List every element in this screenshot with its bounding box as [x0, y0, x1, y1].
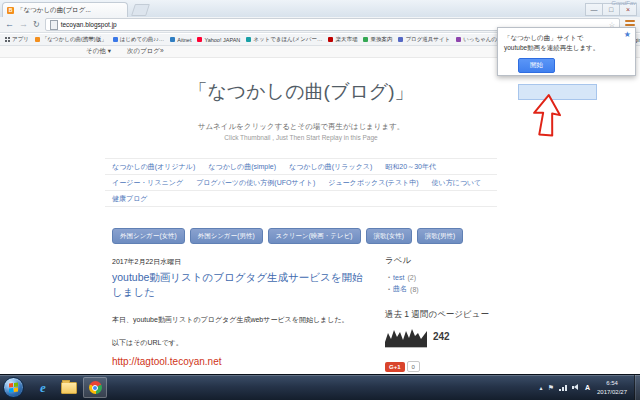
label-item: • test (2): [388, 271, 419, 283]
url-text[interactable]: tecoyan.blogspot.jp: [61, 21, 117, 28]
label-count: (2): [407, 274, 416, 281]
reload-icon[interactable]: ↻: [33, 21, 40, 29]
category-tabs: 外国シンガー(女性) 外国シンガー(男性) スクリーン(映画・テレビ) 演歌(女…: [112, 228, 463, 244]
start-button[interactable]: 開始: [518, 58, 555, 73]
pages-nav-row-1: なつかしの曲(オリジナル) なつかしの曲(simple) なつかしの曲(リラック…: [105, 158, 497, 174]
bookmark-item[interactable]: 楽天市場: [328, 36, 357, 43]
pages-nav-row-2: イージー・リスニング ブログパーツの使い方例(UFOサイト) ジュークボックス(…: [105, 174, 497, 190]
minimize-button[interactable]: —: [585, 3, 603, 16]
category-tab[interactable]: 外国シンガー(女性): [112, 228, 185, 244]
bullet-icon: •: [388, 274, 390, 280]
taskbar-chrome-icon[interactable]: [83, 377, 107, 398]
nav-link[interactable]: なつかしの曲(リラックス): [289, 162, 372, 172]
bookmark-item[interactable]: 「なつかしの曲(携帯)版」: [35, 36, 107, 43]
back-icon[interactable]: ←: [5, 20, 14, 29]
nav-link[interactable]: 使い方について: [432, 178, 482, 188]
chrome-icon: [89, 381, 102, 394]
post-url-link[interactable]: http://tagtool.tecoyan.net: [112, 356, 222, 367]
pageviews-count: 242: [433, 331, 450, 342]
favicon: [113, 37, 118, 42]
annotation-arrow-icon: [528, 91, 566, 140]
folder-icon: [61, 382, 77, 394]
category-tab[interactable]: 演歌(女性): [366, 228, 412, 244]
nav-link[interactable]: ジュークボックス(テスト中): [328, 178, 418, 188]
taskbar-clock[interactable]: 6:54 2017/02/27: [597, 379, 627, 396]
post-title[interactable]: youtube動画リストのブログタグ生成サービスを開始しました: [112, 270, 364, 300]
screen: 「なつかしの曲(ブログ)」 サムネイルをクリックするとその場で再生がはじまります…: [0, 0, 640, 400]
gplus-button[interactable]: G+1: [385, 362, 405, 372]
network-icon[interactable]: [559, 385, 567, 391]
bookmark-item[interactable]: 乗換案内: [363, 36, 392, 43]
label-count: (8): [410, 286, 419, 293]
pages-nav-row-3: 健康ブログ: [105, 190, 497, 207]
ime-indicator[interactable]: A: [585, 384, 590, 391]
page-icon: [50, 20, 58, 30]
category-tab[interactable]: 演歌(男性): [417, 228, 463, 244]
navbar-next-blog-link[interactable]: 次のブログ»: [127, 47, 164, 56]
notification-text-line-1: 「なつかしの曲」サイトで: [504, 33, 629, 43]
sidebar-labels-heading: ラベル: [385, 255, 411, 267]
nav-link[interactable]: ブログパーツの使い方例(UFOサイト): [196, 178, 315, 188]
favicon: [328, 37, 333, 42]
sidebar-labels-list: • test (2) • 曲名 (8): [388, 271, 419, 295]
blog-subtitle-jp: サムネイルをクリックするとその場で再生がはじまります。: [105, 122, 497, 132]
pageviews-sparkline: [385, 325, 427, 348]
bookmark-item[interactable]: ネットできほん(メンバー…: [246, 36, 322, 43]
blog-subtitle-en: Click Thumbnail , Just Then Start Replay…: [105, 134, 497, 141]
label-item: • 曲名 (8): [388, 283, 419, 295]
nav-link[interactable]: なつかしの曲(simple): [208, 162, 276, 172]
label-link[interactable]: 曲名: [393, 284, 407, 294]
favicon: [197, 37, 202, 42]
nav-link[interactable]: イージー・リスニング: [112, 178, 183, 188]
blogger-favicon: B: [7, 7, 14, 14]
browser-tab[interactable]: B 「なつかしの曲(ブログ...: [2, 2, 128, 17]
favicon: [246, 37, 251, 42]
clock-time: 6:54: [597, 379, 627, 387]
browser-titlebar: B 「なつかしの曲(ブログ... — □ ×: [0, 0, 640, 18]
blog-title: 「なつかしの曲(ブログ)」: [105, 79, 497, 105]
favicon: [35, 37, 40, 42]
nav-link[interactable]: なつかしの曲(オリジナル): [112, 162, 195, 172]
category-tab[interactable]: スクリーン(映画・テレビ): [268, 228, 361, 244]
volume-icon[interactable]: [572, 384, 580, 391]
bookmark-item[interactable]: はじめての曲♪♪…: [113, 36, 165, 43]
tray-expand-icon[interactable]: ▴: [540, 384, 543, 391]
favicon: [398, 37, 403, 42]
bullet-icon: •: [388, 286, 390, 292]
windows-logo-icon: [9, 383, 18, 393]
category-tab[interactable]: 外国シンガー(男性): [190, 228, 263, 244]
bookmark-apps[interactable]: アプリ: [5, 36, 29, 43]
system-tray: ▴ ⚑ A 6:54 2017/02/27: [540, 375, 640, 400]
taskbar-ie-icon[interactable]: e: [31, 377, 55, 398]
windows-taskbar: e ▴ ⚑ A 6:54 2017/02/27: [0, 374, 640, 400]
post-body-line-2: 以下はそのURLです。: [112, 338, 183, 348]
forward-icon[interactable]: →: [19, 20, 28, 29]
apps-grid-icon: [5, 37, 10, 42]
tab-title: 「なつかしの曲(ブログ...: [17, 6, 91, 15]
show-desktop-button[interactable]: [634, 375, 640, 400]
bookmark-item[interactable]: Aitnet: [170, 37, 191, 43]
goodfav-watermark: GoodFav: [611, 0, 636, 6]
taskbar-explorer-icon[interactable]: [57, 377, 81, 398]
favicon: [363, 37, 368, 42]
label-link[interactable]: test: [393, 274, 404, 281]
post-date: 2017年2月22日水曜日: [112, 257, 181, 267]
star-icon[interactable]: ★: [624, 30, 631, 39]
sidebar-pageviews-heading: 過去 1 週間のページビュー: [385, 309, 497, 321]
nav-link[interactable]: 昭和20～30年代: [385, 162, 436, 172]
action-center-flag-icon[interactable]: ⚑: [548, 384, 554, 392]
favicon: [456, 37, 461, 42]
blog-pages-nav: なつかしの曲(オリジナル) なつかしの曲(simple) なつかしの曲(リラック…: [105, 158, 497, 207]
new-tab-button[interactable]: [131, 4, 150, 16]
nav-link[interactable]: 健康ブログ: [112, 194, 148, 204]
clock-date: 2017/02/27: [597, 388, 627, 396]
bookmark-item[interactable]: Yahoo! JAPAN: [197, 37, 240, 43]
navbar-more-link[interactable]: その他 ▾: [86, 47, 111, 56]
gplus-widget: G+1 0: [385, 361, 420, 372]
gplus-count: 0: [407, 361, 420, 372]
bookmark-item[interactable]: ブログ道具サイト: [398, 36, 450, 43]
start-button[interactable]: [3, 377, 24, 398]
post-body-line-1: 本日、youtube動画リストのブログタグ生成webサービスを開始しました。: [112, 315, 374, 325]
playback-notification-popup: ★ 「なつかしの曲」サイトで youtube動画を連続再生します。 開始: [497, 27, 636, 76]
chevron-down-icon: ▾: [108, 47, 111, 54]
